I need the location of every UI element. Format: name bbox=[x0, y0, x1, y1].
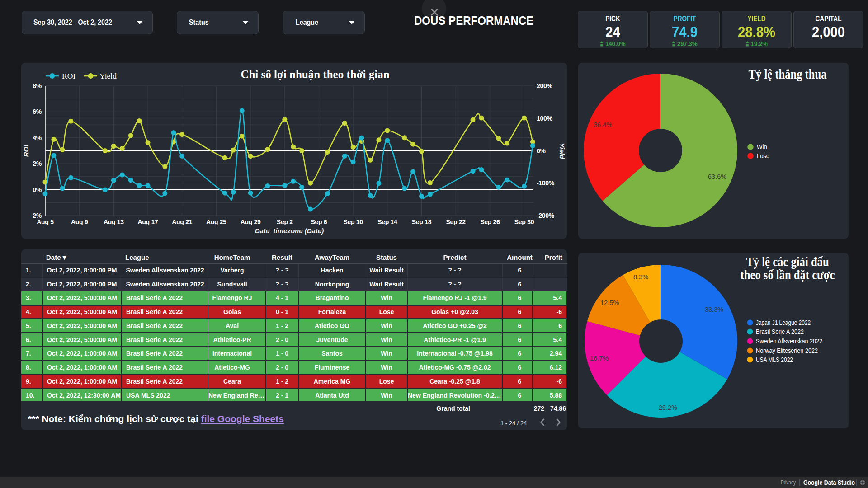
svg-text:Win: Win bbox=[757, 143, 767, 150]
svg-text:Sep 18: Sep 18 bbox=[412, 218, 432, 225]
svg-text:Sep 22: Sep 22 bbox=[446, 218, 466, 225]
svg-text:-200%: -200% bbox=[537, 212, 555, 219]
svg-text:ROI: ROI bbox=[62, 71, 75, 80]
svg-text:6%: 6% bbox=[33, 108, 42, 115]
svg-text:Sep 6: Sep 6 bbox=[311, 218, 327, 225]
svg-text:8%: 8% bbox=[33, 82, 42, 89]
svg-text:0%: 0% bbox=[537, 147, 546, 155]
svg-text:Sep 26: Sep 26 bbox=[480, 218, 500, 225]
svg-text:4%: 4% bbox=[33, 134, 42, 141]
svg-text:Japan J1 League 2022: Japan J1 League 2022 bbox=[756, 319, 811, 326]
svg-text:16.7%: 16.7% bbox=[590, 355, 609, 362]
svg-text:8.3%: 8.3% bbox=[633, 273, 648, 281]
svg-text:Aug 13: Aug 13 bbox=[104, 218, 124, 225]
svg-text:Sep 2: Sep 2 bbox=[277, 218, 293, 225]
svg-text:Norway Eliteserien 2022: Norway Eliteserien 2022 bbox=[756, 347, 818, 354]
svg-text:Brasil Serie A 2022: Brasil Serie A 2022 bbox=[756, 328, 804, 335]
svg-text:33.3%: 33.3% bbox=[705, 306, 723, 313]
svg-text:12.5%: 12.5% bbox=[600, 299, 619, 306]
svg-text:200%: 200% bbox=[537, 82, 552, 89]
svg-text:36.4%: 36.4% bbox=[594, 121, 612, 128]
svg-text:Date_timezone (Date): Date_timezone (Date) bbox=[255, 227, 324, 235]
svg-text:Sweden Allsvenskan 2022: Sweden Allsvenskan 2022 bbox=[756, 338, 822, 345]
svg-text:0%: 0% bbox=[33, 186, 42, 193]
svg-text:Aug 17: Aug 17 bbox=[138, 218, 158, 225]
svg-text:Aug 29: Aug 29 bbox=[241, 218, 261, 225]
svg-text:Lose: Lose bbox=[757, 152, 769, 160]
svg-text:100%: 100% bbox=[537, 115, 552, 122]
svg-text:Yield: Yield bbox=[99, 71, 117, 80]
svg-text:Aug 5: Aug 5 bbox=[37, 218, 54, 225]
svg-text:Sep 30: Sep 30 bbox=[514, 218, 534, 225]
svg-text:29.2%: 29.2% bbox=[659, 404, 677, 411]
svg-text:Sep 14: Sep 14 bbox=[377, 218, 397, 225]
svg-text:Aug 25: Aug 25 bbox=[206, 218, 226, 225]
svg-text:Aug 21: Aug 21 bbox=[172, 218, 192, 225]
svg-text:-100%: -100% bbox=[537, 179, 555, 187]
svg-text:63.6%: 63.6% bbox=[708, 173, 726, 180]
svg-text:ROI: ROI bbox=[22, 145, 30, 157]
svg-text:2%: 2% bbox=[33, 160, 42, 167]
svg-text:Aug 9: Aug 9 bbox=[71, 218, 88, 225]
svg-text:Yield: Yield bbox=[558, 143, 566, 159]
svg-text:USA MLS 2022: USA MLS 2022 bbox=[756, 356, 793, 363]
svg-text:Sep 10: Sep 10 bbox=[343, 218, 363, 225]
